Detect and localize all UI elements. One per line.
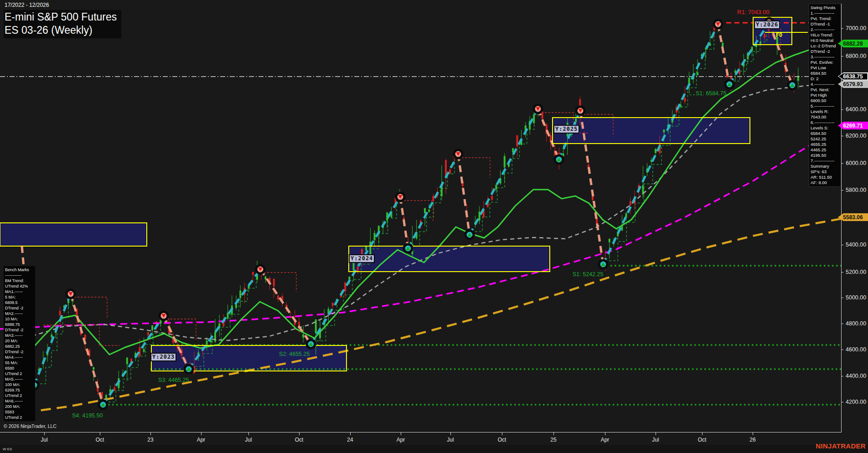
time-axis-label: Oct — [295, 437, 304, 443]
year-label-chip[interactable]: Y:2023 — [150, 353, 176, 361]
candle-body — [227, 313, 229, 319]
bench-marks-line: 20 MA: — [5, 338, 35, 344]
swing-pivots-line: 4.-------------- — [811, 82, 841, 87]
bench-marks-line: BM Trend: — [5, 278, 35, 283]
year-label-chip[interactable]: Y:2025 — [553, 125, 579, 134]
chart-date-range: 17/2022 - 12/2026 — [5, 2, 49, 8]
candle-body — [575, 118, 577, 122]
support-level-label: S3: 4465.25 — [158, 377, 189, 383]
copyright-text: © 2026 NinjaTrader, LLC — [4, 423, 57, 429]
swing-pivots-line: Pvt High — [811, 93, 841, 98]
swing-pivots-line: Pvt. Evolve: — [811, 60, 841, 65]
resistance-r1-label: R1: 7043.00 — [737, 9, 770, 15]
swing-pivots-line: 5242.25 — [811, 136, 841, 142]
price-axis-label: 4200.00 — [846, 399, 866, 405]
year-label-chip[interactable]: Y:2024 — [349, 254, 375, 263]
bench-marks-line: Bench Marks — [5, 267, 35, 273]
price-axis-label: 6400.00 — [846, 106, 866, 113]
bench-marks-line: 55 MA: — [5, 360, 35, 365]
candle-body — [764, 34, 765, 38]
bench-marks-line: MA3.------ — [5, 333, 35, 338]
swing-pivots-line: AR: 511.50 — [811, 175, 841, 180]
price-axis-tick — [841, 163, 843, 164]
price-axis-tick — [841, 136, 843, 136]
candle-body — [365, 247, 367, 251]
bench-marks-line: DTrend -2 — [5, 327, 35, 333]
bench-marks-panel: Bench Marks------------BM Trend:UTrend 4… — [4, 266, 35, 421]
swing-pivots-line: Hi:0 Neutral — [811, 38, 841, 43]
price-axis-tick — [841, 324, 843, 324]
time-axis-tick — [44, 432, 45, 435]
price-chart-canvas[interactable]: S1: 6584.75S1: 5242.25S2: 4655.25S3: 446… — [0, 0, 841, 432]
price-axis-tick — [841, 298, 843, 298]
price-axis-tick — [841, 28, 843, 29]
time-axis-label: Jul — [447, 437, 454, 443]
candle-body — [252, 272, 254, 275]
price-axis-label: 5000.00 — [846, 294, 866, 301]
trailing-stop-steps — [40, 301, 68, 384]
bench-marks-line: DTrend -2 — [5, 349, 35, 355]
year-range-box — [0, 223, 147, 246]
statusbar-symbol[interactable]: W ES — [3, 447, 12, 451]
ninjatrader-logo: NINJATRADER — [816, 442, 866, 450]
time-axis-tick — [401, 432, 401, 435]
candle-body — [93, 367, 94, 370]
price-axis-label: 5400.00 — [846, 242, 866, 248]
bench-marks-line: 6269.75 — [5, 387, 35, 393]
time-axis-label: Oct — [498, 437, 506, 443]
swing-pivots-line: 2.-------------- — [811, 27, 841, 32]
candle-body — [51, 335, 52, 337]
price-axis-label: 6200.00 — [846, 133, 866, 139]
f0-label: F0 — [776, 32, 782, 38]
price-axis-tick — [841, 376, 843, 376]
price-axis-label: 4800.00 — [846, 320, 866, 327]
support-level-label: S4: 4195.50 — [72, 412, 103, 419]
candle-body — [353, 263, 355, 270]
candle-body — [424, 208, 426, 213]
bench-marks-line: 10 MA: — [5, 316, 35, 322]
price-axis-label: 5800.00 — [846, 187, 866, 193]
bench-marks-line: 5 MA: — [5, 294, 35, 300]
bench-marks-line: UTrend 42% — [5, 283, 35, 289]
year-label-chip[interactable]: Y:2026 — [754, 21, 780, 29]
candle-body — [449, 170, 451, 174]
bench-marks-line: 6882.25 — [5, 344, 35, 349]
candle-body — [147, 332, 149, 335]
candle-body — [302, 334, 304, 337]
swing-pivots-line: AF: 8.00 — [811, 180, 841, 185]
bench-marks-line: MA5.------ — [5, 376, 35, 382]
time-axis-tick — [150, 432, 151, 435]
time-axis-tick — [450, 432, 451, 435]
swing-pivots-line: 5.-------------- — [811, 103, 841, 109]
time-axis-tick — [248, 432, 249, 435]
candle-body — [760, 42, 761, 44]
bench-marks-line: MA6.------ — [5, 398, 35, 404]
candle-body — [428, 210, 430, 212]
time-axis-label: Apr — [397, 437, 405, 443]
swing-pivots-line: D: 2 — [811, 76, 841, 82]
price-axis-label: 7000.00 — [846, 25, 866, 31]
bench-marks-line: UTrend 2 — [5, 393, 35, 398]
candle-body — [625, 213, 627, 217]
candle-body — [139, 347, 140, 356]
swing-pivots-line: Pvt. Next: — [811, 87, 841, 93]
bench-marks-line: 100 MA: — [5, 382, 35, 387]
time-axis-tick — [605, 432, 605, 435]
price-axis[interactable]: 7000.006800.006400.006200.006000.005800.… — [841, 0, 868, 432]
swing-pivots-line: 4195.50 — [811, 153, 841, 158]
price-tag: 6882.28 — [838, 40, 868, 47]
time-axis-tick — [702, 432, 703, 435]
candle-body — [533, 114, 535, 123]
swing-pivots-line: DTrend -2 — [811, 49, 841, 54]
swing-pivots-line: Levels R: — [811, 109, 841, 114]
swing-pivots-line: Pvt Low — [811, 65, 841, 71]
candle-body — [516, 135, 518, 146]
time-axis-label: 23 — [147, 437, 153, 443]
time-axis-label: Oct — [698, 437, 707, 443]
candle-body — [609, 239, 610, 242]
chart-title-line2: ES 03-26 (Weekly) — [5, 24, 117, 37]
price-tag: 6269.71 — [838, 122, 868, 129]
swing-pivots-line: Levels S: — [811, 125, 841, 131]
time-axis-tick — [502, 432, 502, 435]
bench-marks-line: MA2.------ — [5, 311, 35, 316]
